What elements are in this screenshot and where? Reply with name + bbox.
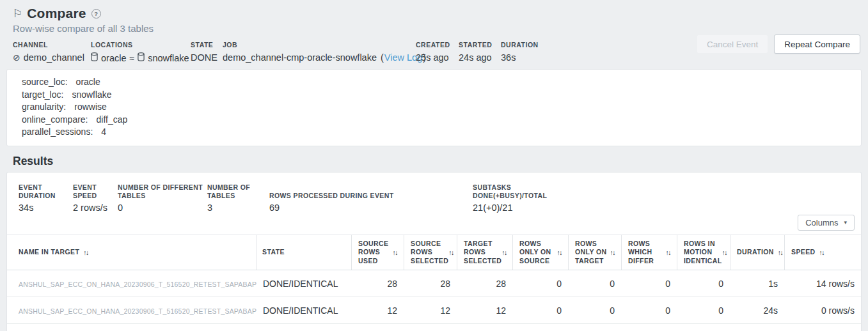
rows-only-on-source-cell: 0	[512, 305, 568, 316]
duration-value: 36s	[501, 52, 516, 63]
rows-in-motion-identical-cell: 0	[677, 279, 730, 289]
stat-value: 21(+0)/21	[473, 203, 547, 213]
job-label: JOB	[223, 41, 416, 49]
meta-duration: DURATION 36s	[501, 41, 539, 63]
param-value: diff_cap	[97, 114, 128, 127]
column-header-label: SPEED	[791, 248, 816, 257]
page-title: Compare	[27, 6, 86, 21]
meta-created: CREATED 25s ago	[416, 41, 459, 63]
meta-state: STATE DONE	[191, 41, 223, 63]
results-panel: EVENT DURATION 34s EVENT SPEED 2 rows/s …	[6, 172, 862, 331]
meta-locations: LOCATIONS oracle ≈ snowflake	[91, 41, 191, 63]
stat-number-of-tables: NUMBER OF TABLES 3	[207, 183, 269, 213]
stat-event-speed: EVENT SPEED 2 rows/s	[73, 183, 118, 213]
channel-value: demo_channel	[24, 52, 84, 63]
sort-icon: ↑↓	[83, 249, 88, 256]
source-rows-used-cell: 12	[351, 305, 404, 316]
column-header-label: ROWS ONLY ON TARGET	[575, 240, 606, 266]
column-header-label: SOURCE ROWS USED	[358, 240, 388, 266]
column-header-rows-which-differ[interactable]: ROWS WHICH DIFFER ↑↓	[621, 235, 677, 270]
param-value: rowwise	[74, 101, 107, 114]
param-online-compare: online_compare:diff_cap	[22, 114, 846, 127]
state-cell: DONE/IDENTICAL	[256, 305, 351, 316]
speed-cell: 0 rows/s	[784, 305, 861, 316]
table-header-row: NAME IN TARGET ↑↓ STATE SOURCE ROWS USED…	[7, 235, 861, 271]
started-value: 24s ago	[459, 52, 492, 63]
column-header-source-rows-selected[interactable]: SOURCE ROWS SELECTED ↑↓	[404, 235, 457, 270]
cancel-event-button[interactable]: Cancel Event	[697, 35, 768, 54]
table-name-prefix: ANSHUL_SAP_ECC_ON_HANA_20230906_T_516520…	[19, 281, 256, 288]
channel-label: CHANNEL	[13, 41, 91, 49]
approx-icon: ≈	[130, 53, 135, 63]
sort-icon: ↑↓	[501, 249, 507, 256]
paren-open: (	[381, 52, 384, 63]
column-header-target-rows-selected[interactable]: TARGET ROWS SELECTED ↑↓	[457, 235, 512, 270]
stat-label: NUMBER OF TABLES	[207, 183, 269, 200]
param-value: 4	[101, 126, 106, 139]
help-icon[interactable]: ?	[91, 9, 101, 19]
event-stats-row: EVENT DURATION 34s EVENT SPEED 2 rows/s …	[7, 183, 861, 213]
rows-which-differ-cell: 0	[621, 279, 677, 289]
stat-label: SUBTASKS DONE(+BUSY)/TOTAL	[473, 183, 547, 200]
sort-icon: ↑↓	[778, 249, 783, 256]
param-value: snowflake	[72, 89, 111, 102]
target-location: snowflake	[148, 53, 189, 63]
sort-icon: ↑↓	[393, 249, 398, 256]
param-key: granularity:	[22, 101, 66, 114]
column-header-label: ROWS IN MOTION IDENTICAL	[684, 240, 722, 266]
speed-cell: 14 rows/s	[784, 279, 861, 289]
column-header-speed[interactable]: SPEED ↑↓	[784, 235, 861, 270]
state-value: DONE	[191, 52, 217, 63]
column-header-label: ROWS ONLY ON SOURCE	[519, 240, 551, 266]
page-subtitle: Row-wise compare of all 3 tables	[13, 23, 860, 34]
page-header: ⚐ Compare ? Row-wise compare of all 3 ta…	[0, 0, 868, 69]
columns-dropdown-button[interactable]: Columns ▾	[798, 215, 855, 231]
stat-label: EVENT DURATION	[19, 183, 73, 200]
column-header-label: NAME IN TARGET	[19, 248, 79, 257]
name-in-target-cell: ANSHUL_SAP_ECC_ON_HANA_20230906_T_516520…	[7, 305, 256, 316]
column-header-label: SOURCE ROWS SELECTED	[411, 240, 448, 266]
stat-label: NUMBER OF DIFFERENT TABLES	[118, 183, 207, 200]
duration-label: DURATION	[501, 41, 539, 49]
column-header-state: STATE	[256, 235, 351, 270]
column-header-label: STATE	[262, 248, 285, 257]
stat-value: 69	[269, 203, 473, 213]
column-header-duration[interactable]: DURATION ↑↓	[730, 235, 784, 270]
param-key: online_compare:	[22, 114, 88, 127]
stat-rows-processed: ROWS PROCESSED DURING EVENT 69	[269, 192, 473, 213]
column-header-name-in-target[interactable]: NAME IN TARGET ↑↓	[7, 235, 256, 270]
meta-started: STARTED 24s ago	[459, 41, 501, 63]
compare-parameters-panel: source_loc:oracle target_loc:snowflake g…	[6, 69, 862, 146]
param-key: parallel_sessions:	[22, 126, 93, 139]
sort-icon: ↑↓	[666, 249, 671, 256]
column-header-source-rows-used[interactable]: SOURCE ROWS USED ↑↓	[351, 235, 404, 270]
state-cell: DONE/IDENTICAL	[256, 279, 351, 289]
column-header-rows-in-motion-identical[interactable]: ROWS IN MOTION IDENTICAL ↑↓	[677, 235, 730, 270]
rows-only-on-source-cell: 0	[512, 279, 568, 289]
meta-job: JOB demo_channel-cmp-oracle-snowflake ( …	[223, 41, 416, 63]
created-value: 25s ago	[416, 52, 449, 63]
table-name-prefix: ANSHUL_SAP_ECC_ON_HANA_20230906_T_516520…	[19, 307, 256, 315]
columns-button-label: Columns	[805, 218, 838, 227]
source-rows-used-cell: 28	[351, 279, 404, 289]
param-value: oracle	[76, 76, 100, 89]
stat-subtasks: SUBTASKS DONE(+BUSY)/TOTAL 21(+0)/21	[473, 183, 547, 213]
sort-icon: ↑↓	[819, 249, 825, 256]
stat-value: 0	[118, 203, 207, 213]
param-target-loc: target_loc:snowflake	[22, 89, 846, 102]
column-header-rows-only-on-target[interactable]: ROWS ONLY ON TARGET ↑↓	[568, 235, 621, 270]
rows-only-on-target-cell: 0	[568, 279, 621, 289]
source-rows-selected-cell: 28	[404, 279, 457, 289]
stat-value: 34s	[19, 203, 73, 213]
repeat-compare-button[interactable]: Repeat Compare	[774, 35, 860, 54]
sort-icon: ↑↓	[557, 249, 562, 256]
table-row: ANSHUL_SAP_ECC_ON_HANA_20230906_T_516520…	[7, 297, 861, 324]
database-icon	[138, 52, 145, 63]
created-label: CREATED	[416, 41, 459, 49]
sort-icon: ↑↓	[610, 249, 615, 256]
stat-value: 3	[207, 203, 269, 213]
param-source-loc: source_loc:oracle	[22, 76, 846, 89]
source-rows-selected-cell: 12	[404, 305, 457, 316]
column-header-rows-only-on-source[interactable]: ROWS ONLY ON SOURCE ↑↓	[512, 235, 568, 270]
rows-only-on-target-cell: 0	[568, 305, 621, 316]
